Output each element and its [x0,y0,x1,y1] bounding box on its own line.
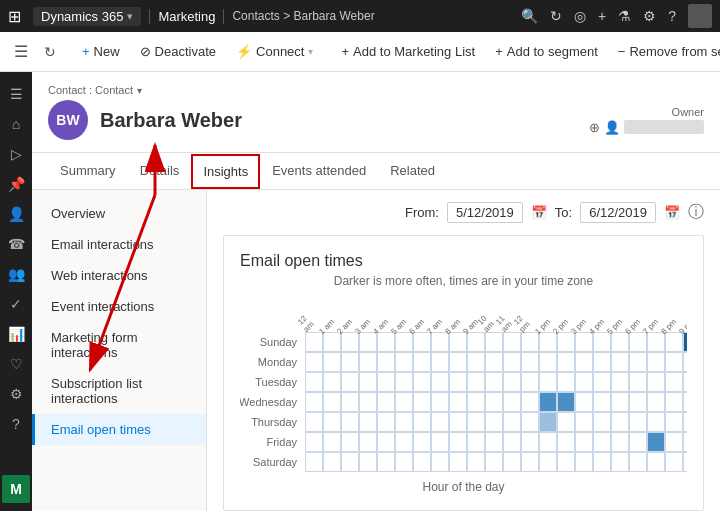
chart-icon[interactable]: 📊 [2,320,30,348]
settings-icon[interactable]: ⚙ [643,8,656,24]
location-icon[interactable]: ◎ [574,8,586,24]
add-segment-icon: + [495,44,503,59]
top-navigation: ⊞ Dynamics 365 ▾ Marketing Contacts > Ba… [0,0,720,32]
heatmap-container: 12 am1 am2 am3 am4 am5 am6 am7 am8 am9 a… [240,304,687,494]
home-icon[interactable]: ⌂ [2,110,30,138]
hamburger-icon[interactable]: ☰ [8,36,34,67]
phone-icon[interactable]: ☎ [2,230,30,258]
owner-name-placeholder [624,120,704,134]
chart-card: Email open times Darker is more often, t… [223,235,704,511]
from-calendar-icon[interactable]: 📅 [531,205,547,220]
to-label: To: [555,205,572,220]
from-date-input[interactable]: 5/12/2019 [447,202,523,223]
chevron-down-icon[interactable]: ▾ [137,85,142,96]
chart-title: Email open times [240,252,687,270]
heart-icon[interactable]: ♡ [2,350,30,378]
app-grid-icon[interactable]: ⊞ [8,7,21,26]
users-icon[interactable]: 👥 [2,260,30,288]
refresh-cmd-icon[interactable]: ↻ [38,38,62,66]
nav-web-interactions[interactable]: Web interactions [32,260,206,291]
contact-type: Contact : Contact ▾ [48,84,704,96]
contact-icon[interactable]: 👤 [2,200,30,228]
add-to-segment-button[interactable]: + Add to segment [487,40,606,63]
tab-summary[interactable]: Summary [48,153,128,190]
filter-icon[interactable]: ⚗ [618,8,631,24]
search-icon[interactable]: 🔍 [521,8,538,24]
heatmap-grid: 12 am1 am2 am3 am4 am5 am6 am7 am8 am9 a… [240,304,687,472]
module-name[interactable]: Marketing [149,9,224,24]
avatar: BW [48,100,88,140]
connect-button[interactable]: ⚡ Connect ▾ [228,40,321,63]
add-to-marketing-list-button[interactable]: + Add to Marketing List [333,40,483,63]
deactivate-button[interactable]: ⊘ Deactivate [132,40,224,63]
tab-insights[interactable]: Insights [191,154,260,189]
pin-icon[interactable]: 📌 [2,170,30,198]
nav-email-open-times[interactable]: Email open times [32,414,206,445]
to-calendar-icon[interactable]: 📅 [664,205,680,220]
tabs: Summary Details Insights Events attended… [32,153,720,190]
remove-from-segment-button[interactable]: − Remove from segment [610,40,720,63]
from-label: From: [405,205,439,220]
help-icon[interactable]: ? [668,8,676,24]
tab-events[interactable]: Events attended [260,153,378,190]
refresh-icon[interactable]: ↻ [550,8,562,24]
contact-info: BW Barbara Weber Owner ⊕ 👤 [48,100,704,140]
main-layout: ☰ ⌂ ▷ 📌 👤 ☎ 👥 ✓ 📊 ♡ ⚙ ? M Contact : Cont… [0,72,720,511]
contact-header: Contact : Contact ▾ BW Barbara Weber Own… [32,72,720,153]
date-filter: From: 5/12/2019 📅 To: 6/12/2019 📅 ⓘ [223,202,704,223]
new-button[interactable]: + New [74,40,128,63]
insights-area: Overview Email interactions Web interact… [32,190,720,511]
gear-icon[interactable]: ⚙ [2,380,30,408]
user-avatar[interactable] [688,4,712,28]
chart-area: From: 5/12/2019 📅 To: 6/12/2019 📅 ⓘ Emai… [207,190,720,511]
contact-name: Barbara Weber [100,109,242,132]
nav-icons: 🔍 ↻ ◎ + ⚗ ⚙ ? [521,4,712,28]
owner-icon: ⊕ [589,120,600,135]
info-icon[interactable]: ⓘ [688,202,704,223]
nav-email-interactions[interactable]: Email interactions [32,229,206,260]
new-icon: + [82,44,90,59]
to-date-input[interactable]: 6/12/2019 [580,202,656,223]
remove-segment-icon: − [618,44,626,59]
nav-event-interactions[interactable]: Event interactions [32,291,206,322]
nav-overview[interactable]: Overview [32,198,206,229]
nav-subscription-list[interactable]: Subscription list interactions [32,368,206,414]
task-icon[interactable]: ✓ [2,290,30,318]
command-bar: ☰ ↻ + New ⊘ Deactivate ⚡ Connect ▾ + Add… [0,32,720,72]
app-name[interactable]: Dynamics 365 ▾ [33,7,141,26]
breadcrumb: Contacts > Barbara Weber [232,9,513,23]
content-area: Contact : Contact ▾ BW Barbara Weber Own… [32,72,720,511]
add-list-icon: + [341,44,349,59]
insights-nav: Overview Email interactions Web interact… [32,190,207,511]
chart-subtitle: Darker is more often, times are in your … [240,274,687,288]
recent-icon[interactable]: ▷ [2,140,30,168]
user-profile-icon[interactable]: M [2,475,30,503]
add-icon[interactable]: + [598,8,606,24]
sidebar-icons: ☰ ⌂ ▷ 📌 👤 ☎ 👥 ✓ 📊 ♡ ⚙ ? M [0,72,32,511]
deactivate-icon: ⊘ [140,44,151,59]
nav-marketing-form[interactable]: Marketing form interactions [32,322,206,368]
owner-label: Owner [589,106,704,118]
menu-icon[interactable]: ☰ [2,80,30,108]
owner-bar: ⊕ 👤 [589,120,704,135]
connect-icon: ⚡ [236,44,252,59]
help-sidebar-icon[interactable]: ? [2,410,30,438]
x-axis-title: Hour of the day [240,480,687,494]
tab-details[interactable]: Details [128,153,192,190]
owner-section: Owner ⊕ 👤 [589,106,704,135]
tab-related[interactable]: Related [378,153,447,190]
owner-person-icon: 👤 [604,120,620,135]
